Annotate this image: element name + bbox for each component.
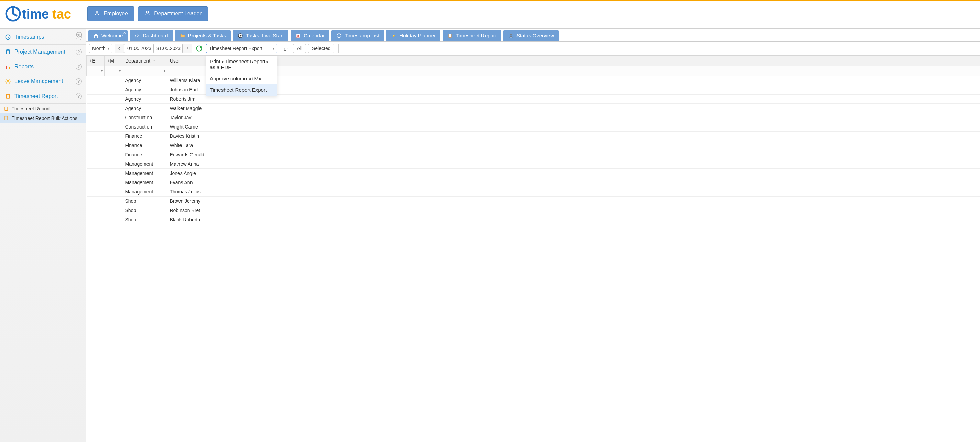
cell-department: Management: [123, 169, 167, 178]
export-select[interactable]: Timesheet Report Export ▾: [206, 44, 277, 53]
sidebar-item-timestamps[interactable]: Timestamps ?: [0, 30, 86, 45]
user-icon: [94, 10, 100, 17]
filter-m[interactable]: ▾: [105, 66, 123, 76]
table-row[interactable]: ManagementJones Angie: [87, 169, 980, 178]
svg-rect-31: [449, 34, 452, 38]
clipboard-icon: [5, 93, 11, 99]
export-option[interactable]: Timesheet Report Export: [206, 84, 277, 95]
sidebar-subitem-label: Timesheet Report: [12, 106, 50, 111]
tab-calendar[interactable]: 3Calendar: [291, 30, 329, 41]
period-label: Month: [92, 46, 105, 51]
tab-tslist[interactable]: Timestamp List: [331, 30, 384, 41]
help-icon[interactable]: ?: [76, 63, 82, 70]
sidebar-item-label: Leave Management: [14, 78, 63, 84]
table-row[interactable]: AgencyWalker Maggie: [87, 104, 980, 113]
clipboard-icon: [3, 116, 9, 121]
sun-icon: [5, 78, 11, 84]
role-label: Department Leader: [154, 11, 202, 17]
export-option[interactable]: Approve column »+M«: [206, 73, 277, 84]
cell-department: Shop: [123, 197, 167, 206]
table-row[interactable]: FinanceEdwards Gerald: [87, 150, 980, 159]
filter-e[interactable]: ▾: [87, 66, 105, 76]
tab-tsreport[interactable]: Timesheet Report: [442, 30, 501, 41]
filter-user[interactable]: [167, 66, 980, 76]
clock-icon: [5, 34, 11, 40]
table-row[interactable]: ShopBlank Roberta: [87, 215, 980, 224]
cell-department: Finance: [123, 132, 167, 141]
table-row[interactable]: ConstructionWright Carrie: [87, 122, 980, 132]
svg-rect-23: [5, 107, 8, 111]
sidebar-item-leave-management[interactable]: Leave Management ?: [0, 74, 86, 89]
tab-projects[interactable]: Projects & Tasks: [175, 30, 231, 41]
table-row[interactable]: ManagementThomas Julius: [87, 187, 980, 197]
help-icon[interactable]: ?: [76, 93, 82, 99]
table-row[interactable]: ConstructionTaylor Jay: [87, 113, 980, 122]
tab-holiday[interactable]: Holiday Planner: [386, 30, 441, 41]
cell-department: Agency: [123, 104, 167, 113]
cell-department: Construction: [123, 122, 167, 132]
cell-department: Management: [123, 178, 167, 187]
sidebar-item-reports[interactable]: Reports ?: [0, 59, 86, 74]
scope-all-button[interactable]: All: [293, 44, 306, 53]
chevron-down-icon: ▾: [273, 47, 274, 51]
date-from-input[interactable]: 01.05.2023: [124, 44, 153, 53]
tab-dashboard[interactable]: Dashboard: [130, 30, 173, 41]
cell-user: Jones Angie: [167, 169, 980, 178]
sidebar-item-project-management[interactable]: Project Management ?: [0, 45, 86, 59]
clipboard-icon: [5, 49, 11, 55]
role-dept-leader-button[interactable]: Department Leader: [138, 6, 208, 21]
tab-status[interactable]: Status Overview: [503, 30, 559, 41]
svg-point-30: [393, 35, 395, 36]
col-header-e[interactable]: +E: [87, 56, 105, 66]
tab-label: Timestamp List: [345, 33, 379, 38]
help-icon[interactable]: ?: [76, 34, 82, 40]
col-header-user[interactable]: User: [167, 56, 980, 66]
svg-point-6: [147, 11, 148, 13]
tab-welcome[interactable]: Welcome✕: [88, 30, 127, 41]
sidebar-subitem-timesheet-bulk[interactable]: Timesheet Report Bulk Actions: [0, 113, 86, 123]
sidebar: Timestamps ? Project Management ? Report…: [0, 29, 86, 442]
cell-department: Construction: [123, 113, 167, 122]
svg-rect-24: [5, 116, 8, 120]
svg-point-32: [510, 34, 512, 35]
close-icon[interactable]: ✕: [123, 30, 126, 35]
export-option[interactable]: Print »Timesheet Report« as a PDF: [206, 56, 277, 73]
cell-user: Williams Kiara: [167, 76, 980, 85]
tab-label: Status Overview: [517, 33, 554, 38]
table-row[interactable]: ManagementMathew Anna: [87, 159, 980, 169]
period-select[interactable]: Month ▾: [89, 44, 113, 53]
sort-asc-icon: ↑: [153, 59, 155, 63]
tab-label: Timesheet Report: [456, 33, 496, 38]
prev-period-button[interactable]: [115, 44, 124, 53]
tab-label: Calendar: [304, 33, 325, 38]
sidebar-subitem-timesheet-report[interactable]: Timesheet Report: [0, 104, 86, 113]
svg-line-2: [13, 14, 16, 16]
date-to-input[interactable]: 31.05.2023: [153, 44, 183, 53]
cell-department: Finance: [123, 150, 167, 159]
tab-label: Dashboard: [143, 33, 168, 38]
filter-department[interactable]: ▾: [123, 66, 167, 76]
table-row[interactable]: ShopBrown Jeremy: [87, 197, 980, 206]
help-icon[interactable]: ?: [76, 78, 82, 84]
tab-live[interactable]: Tasks: Live Start: [233, 30, 288, 41]
table-row[interactable]: ManagementEvans Ann: [87, 178, 980, 187]
col-header-m[interactable]: +M: [105, 56, 123, 66]
sidebar-subitem-label: Timesheet Report Bulk Actions: [12, 116, 77, 121]
scope-selected-button[interactable]: Selected: [308, 44, 334, 53]
table-row[interactable]: FinanceDavies Kristin: [87, 132, 980, 141]
cell-user: Walker Maggie: [167, 104, 980, 113]
next-period-button[interactable]: [183, 44, 192, 53]
help-icon[interactable]: ?: [76, 49, 82, 55]
chevron-down-icon: ▾: [164, 69, 165, 73]
role-employee-button[interactable]: Employee: [88, 6, 134, 21]
refresh-button[interactable]: [194, 44, 204, 53]
table-row: [87, 224, 980, 233]
tab-label: Welcome: [102, 33, 123, 38]
svg-line-19: [9, 83, 10, 84]
table-row[interactable]: ShopRobinson Bret: [87, 206, 980, 215]
col-header-department[interactable]: Department ↑: [123, 56, 167, 66]
role-label: Employee: [103, 11, 128, 17]
sidebar-item-timesheet-report[interactable]: Timesheet Report ?: [0, 89, 86, 104]
svg-text:time: time: [22, 7, 49, 21]
table-row[interactable]: FinanceWhite Lara: [87, 141, 980, 150]
